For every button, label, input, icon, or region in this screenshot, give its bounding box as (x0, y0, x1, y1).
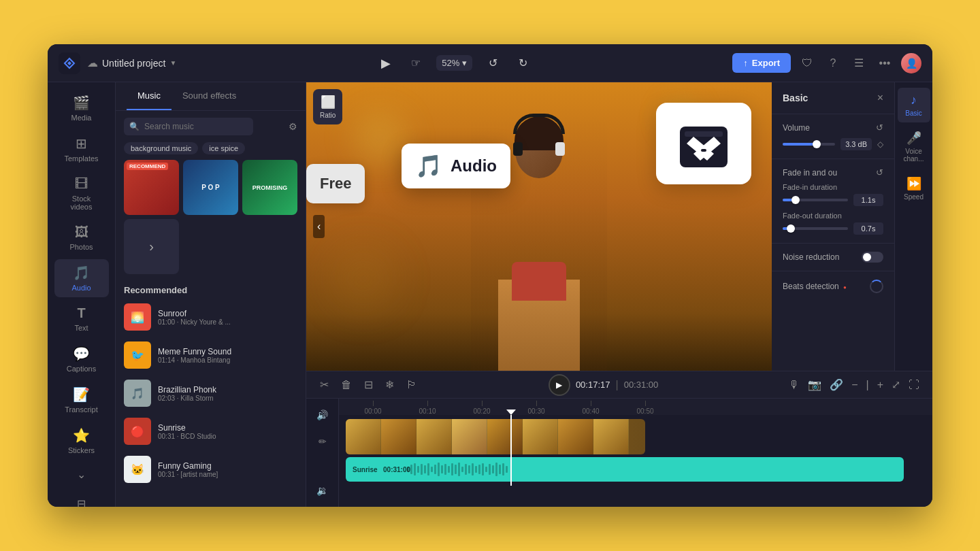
project-dropdown-arrow: ▼ (169, 59, 176, 67)
export-label: Export (752, 58, 780, 68)
cursor-tool-button[interactable]: ☞ (406, 54, 425, 73)
song-info-funny-gaming: Funny Gaming 00:31 · [artist name] (158, 461, 297, 478)
audio-volume-icon[interactable]: 🔉 (316, 485, 328, 496)
timeline-toolbar: ✂ 🗑 ⊟ ❄ 🏳 ▶ 00:17:17 | 00:31:00 🎙 📷 � (306, 371, 932, 399)
right-tab-speed[interactable]: ⏩ Speed (898, 171, 930, 206)
tag-ice-spice[interactable]: ice spice (202, 142, 245, 154)
link-button[interactable]: 🔗 (828, 376, 845, 393)
feedback-icon-btn[interactable]: ☰ (849, 54, 868, 73)
zoom-control[interactable]: 52% ▾ (436, 55, 472, 71)
flag-tool-button[interactable]: 🏳 (404, 376, 420, 394)
sidebar-item-transcript[interactable]: 📝 Transcript (54, 381, 109, 419)
left-sidebar: 🎬 Media ⊞ Templates 🎞 Stock videos 🖼 Pho… (48, 82, 116, 507)
fullscreen-button[interactable]: ⛶ (906, 377, 921, 393)
music-card-pop[interactable]: P O P (183, 160, 238, 215)
song-item-brazillian[interactable]: 🎵 Brazillian Phonk 02:03 · Killa Storm (116, 374, 306, 412)
more-icon-btn[interactable]: ••• (875, 54, 894, 73)
split-tool-button[interactable]: ✂ (317, 375, 331, 394)
prev-arrow-button[interactable]: ‹ (313, 215, 325, 238)
fade-out-slider[interactable] (783, 227, 848, 230)
expand-timeline-button[interactable]: ⤢ (889, 376, 902, 393)
video-track (339, 419, 932, 454)
preview-play-button[interactable]: ▶ (376, 54, 395, 73)
sidebar-item-templates[interactable]: ⊞ Templates (54, 130, 109, 168)
fade-label-row: Fade in and ou ↺ (783, 167, 883, 178)
wbar-4 (417, 466, 419, 473)
music-card-recommend[interactable]: RECOMMEND (124, 160, 179, 215)
sidebar-item-captions[interactable]: 💬 Captions (54, 340, 109, 378)
app-container: ☁ Untitled project ▼ ▶ ☞ 52% ▾ ↺ ↻ ↑ Exp… (48, 44, 932, 507)
mic-button[interactable]: 🎙 (787, 377, 802, 393)
split2-tool-button[interactable]: ⊟ (361, 375, 376, 394)
video-track-strip[interactable] (346, 419, 645, 454)
song-item-funny-gaming[interactable]: 🐱 Funny Gaming 00:31 · [artist name] (116, 450, 306, 488)
captions-icon: 💬 (73, 346, 90, 362)
search-input[interactable] (124, 118, 253, 135)
song-info-sunroof: Sunroof 01:00 · Nicky Youre & ... (158, 309, 297, 326)
ratio-button[interactable]: ⬜ Ratio (313, 89, 342, 124)
beats-detection-label: Beats detection ● (783, 282, 847, 291)
freeze-tool-button[interactable]: ❄ (382, 375, 397, 394)
project-name-area[interactable]: ☁ Untitled project ▼ (87, 56, 176, 69)
right-tab-bar: ♪ Basic 🎤 Voice chan... ⏩ Speed (894, 82, 932, 371)
bokeh-3 (329, 245, 397, 313)
export-button[interactable]: ↑ Export (732, 53, 791, 73)
camera-button[interactable]: 📷 (806, 376, 823, 393)
fade-reset-icon[interactable]: ↺ (876, 167, 883, 178)
sidebar-item-settings[interactable]: ⊟ (54, 492, 109, 507)
song-name-sunroof: Sunroof (158, 309, 297, 318)
song-item-sunroof[interactable]: 🌅 Sunroof 01:00 · Nicky Youre & ... (116, 298, 306, 336)
current-time: 00:17:17 (576, 380, 610, 390)
help-icon-btn[interactable]: ? (823, 54, 843, 73)
right-tab-voice[interactable]: 🎤 Voice chan... (898, 125, 930, 168)
timeline-play-button[interactable]: ▶ (549, 374, 570, 396)
wbar-21 (475, 466, 477, 473)
volume-track-icon[interactable]: 🔊 (316, 410, 328, 420)
sidebar-item-audio[interactable]: 🎵 Audio (54, 259, 109, 297)
song-info-sunrise: Sunrise 00:31 · BCD Studio (158, 423, 297, 440)
tag-background-music[interactable]: background music (124, 142, 198, 154)
song-item-sunrise[interactable]: 🔴 Sunrise 00:31 · BCD Studio (116, 412, 306, 450)
music-card-promising[interactable]: PROMISING (242, 160, 297, 215)
sidebar-item-expand[interactable]: ⌄ (54, 463, 109, 486)
more-cards-button[interactable]: › (124, 219, 179, 274)
filter-button[interactable]: ⚙ (289, 121, 297, 132)
edit-track-icon[interactable]: ✏ (318, 436, 327, 447)
sidebar-item-photos[interactable]: 🖼 Photos (54, 219, 109, 256)
shield-icon-btn[interactable]: 🛡 (798, 54, 817, 73)
close-panel-button[interactable]: × (877, 92, 883, 104)
user-avatar[interactable]: 👤 (901, 53, 921, 73)
redo-button[interactable]: ↻ (513, 54, 532, 73)
zoom-minus[interactable]: | (864, 377, 871, 393)
ruler-mark-2: 00:20 (455, 401, 509, 415)
fade-in-slider[interactable] (783, 199, 848, 201)
ratio-label: Ratio (320, 112, 336, 119)
tab-sound-effects[interactable]: Sound effects (172, 82, 247, 110)
sidebar-item-stickers[interactable]: ⭐ Stickers (54, 422, 109, 460)
ruler-tick-2 (482, 401, 483, 406)
frame-2 (381, 419, 416, 454)
song-item-meme[interactable]: 🐦 Meme Funny Sound 01:14 · Manhoa Bintan… (116, 336, 306, 374)
fade-out-thumb[interactable] (787, 224, 795, 233)
sidebar-item-stock[interactable]: 🎞 Stock videos (54, 171, 109, 216)
wbar-12 (444, 464, 446, 475)
audio-popup-text: Audio (451, 156, 497, 176)
delete-tool-button[interactable]: 🗑 (338, 376, 355, 394)
zoom-in-button[interactable]: + (875, 377, 885, 393)
app-logo[interactable] (59, 52, 80, 74)
tab-music[interactable]: Music (127, 82, 172, 110)
volume-keyframe-icon[interactable]: ◇ (877, 139, 883, 149)
playhead[interactable] (510, 415, 512, 486)
volume-reset-icon[interactable]: ↺ (876, 122, 883, 133)
sidebar-item-media[interactable]: 🎬 Media (54, 89, 109, 127)
zoom-out-button[interactable]: − (849, 377, 860, 393)
sidebar-item-text[interactable]: T Text (54, 300, 109, 337)
fade-in-thumb[interactable] (791, 196, 800, 204)
right-tab-basic[interactable]: ♪ Basic (898, 88, 930, 122)
audio-strip[interactable]: Sunrise 00:31:00 (346, 457, 904, 482)
ruler-mark-0: 00:00 (346, 401, 400, 415)
noise-reduction-toggle[interactable] (862, 252, 883, 263)
volume-thumb[interactable] (813, 140, 821, 148)
volume-slider[interactable] (783, 143, 835, 146)
undo-button[interactable]: ↺ (483, 54, 502, 73)
